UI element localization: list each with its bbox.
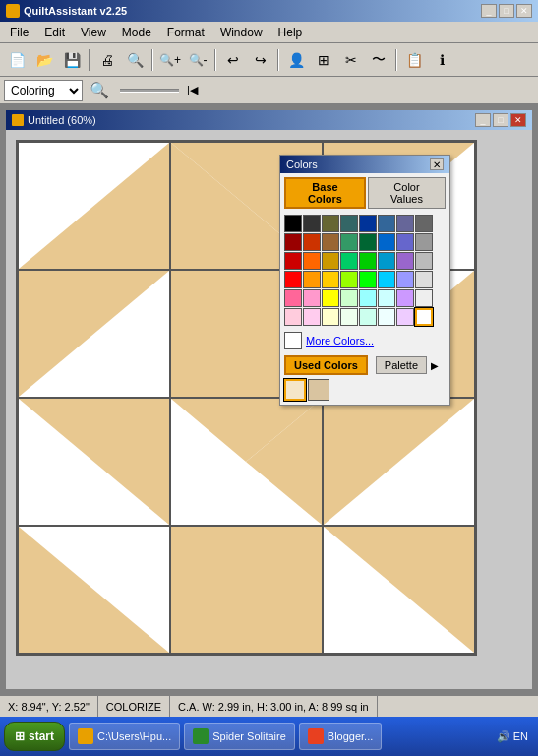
base-colors-tab[interactable]: Base Colors <box>284 177 366 209</box>
color-swatch-2[interactable] <box>322 215 339 232</box>
menu-window[interactable]: Window <box>214 25 269 40</box>
color-swatch-47[interactable] <box>415 308 433 326</box>
more-colors-link[interactable]: More Colors... <box>306 335 374 346</box>
color-swatch-9[interactable] <box>303 233 321 251</box>
color-swatch-22[interactable] <box>396 252 414 270</box>
color-swatch-6[interactable] <box>396 215 414 232</box>
zoom-in-button[interactable]: 🔍+ <box>157 47 183 73</box>
color-swatch-13[interactable] <box>378 233 395 251</box>
color-swatch-28[interactable] <box>359 271 377 288</box>
grid-button[interactable]: ⊞ <box>311 47 336 73</box>
close-button[interactable]: ✕ <box>516 4 532 18</box>
color-swatch-40[interactable] <box>284 308 302 326</box>
quilt-cell-1-0[interactable] <box>18 270 170 398</box>
info-button[interactable]: ℹ <box>429 47 454 73</box>
quilt-cell-2-2[interactable] <box>323 398 475 526</box>
color-values-tab[interactable]: Color Values <box>368 177 446 209</box>
color-swatch-8[interactable] <box>284 233 302 251</box>
color-swatch-39[interactable] <box>415 289 433 307</box>
color-swatch-15[interactable] <box>415 233 433 251</box>
quilt-cell-2-0[interactable] <box>18 398 170 526</box>
color-swatch-3[interactable] <box>340 215 358 232</box>
panel-close-button[interactable]: ✕ <box>430 158 444 170</box>
color-swatch-19[interactable] <box>340 252 358 270</box>
undo-button[interactable]: ↩ <box>220 47 246 73</box>
color-swatch-43[interactable] <box>340 308 358 326</box>
color-swatch-27[interactable] <box>340 271 358 288</box>
quilt-cell-0-0[interactable] <box>18 142 170 270</box>
taskbar-blogger[interactable]: Blogger... <box>299 723 382 750</box>
white-swatch[interactable] <box>284 332 302 349</box>
new-button[interactable]: 📄 <box>4 47 30 73</box>
menu-format[interactable]: Format <box>161 25 210 40</box>
search-button[interactable]: 🔍 <box>122 47 148 73</box>
menu-mode[interactable]: Mode <box>116 25 157 40</box>
used-colors-button[interactable]: Used Colors <box>284 355 368 375</box>
quilt-cell-2-1[interactable] <box>170 398 323 526</box>
color-swatch-24[interactable] <box>284 271 302 288</box>
coloring-select[interactable]: Coloring <box>4 80 83 101</box>
taskbar-solitaire[interactable]: Spider Solitaire <box>184 723 295 750</box>
color-swatch-26[interactable] <box>322 271 339 288</box>
color-swatch-31[interactable] <box>415 271 433 288</box>
color-swatch-42[interactable] <box>322 308 339 326</box>
color-swatch-30[interactable] <box>396 271 414 288</box>
zoom-tool-button[interactable]: 🔍 <box>87 78 112 103</box>
menu-help[interactable]: Help <box>272 25 309 40</box>
color-swatch-44[interactable] <box>359 308 377 326</box>
color-swatch-35[interactable] <box>340 289 358 307</box>
used-swatch-1[interactable] <box>308 379 329 401</box>
person-button[interactable]: 👤 <box>283 47 309 73</box>
quilt-cell-3-0[interactable] <box>18 526 170 654</box>
redo-button[interactable]: ↪ <box>248 47 273 73</box>
taskbar-explorer[interactable]: C:\Users\Hpu... <box>69 723 180 750</box>
doc-maximize[interactable]: □ <box>493 113 508 127</box>
color-swatch-17[interactable] <box>303 252 321 270</box>
palette-button[interactable]: Palette <box>376 356 427 374</box>
zoom-slider[interactable] <box>120 89 179 93</box>
color-swatch-33[interactable] <box>303 289 321 307</box>
expand-arrow[interactable]: ▶ <box>431 360 439 371</box>
quilt-cell-3-1[interactable] <box>170 526 323 654</box>
color-swatch-5[interactable] <box>378 215 395 232</box>
doc-minimize[interactable]: _ <box>475 113 491 127</box>
color-swatch-7[interactable] <box>415 215 433 232</box>
color-swatch-38[interactable] <box>396 289 414 307</box>
quilt-cell-3-2[interactable] <box>323 526 475 654</box>
color-swatch-23[interactable] <box>415 252 433 270</box>
color-swatch-11[interactable] <box>340 233 358 251</box>
doc-close[interactable]: ✕ <box>510 113 526 127</box>
save-button[interactable]: 💾 <box>59 47 85 73</box>
menu-view[interactable]: View <box>75 25 112 40</box>
doc-button[interactable]: 📋 <box>401 47 427 73</box>
color-swatch-45[interactable] <box>378 308 395 326</box>
wavy-button[interactable]: 〜 <box>366 47 391 73</box>
color-swatch-14[interactable] <box>396 233 414 251</box>
color-swatch-12[interactable] <box>359 233 377 251</box>
print-button[interactable]: 🖨 <box>94 47 120 73</box>
maximize-button[interactable]: □ <box>499 4 514 18</box>
color-swatch-29[interactable] <box>378 271 395 288</box>
color-swatch-0[interactable] <box>284 215 302 232</box>
open-button[interactable]: 📂 <box>31 47 57 73</box>
used-swatch-0[interactable] <box>284 379 306 401</box>
color-swatch-10[interactable] <box>322 233 339 251</box>
color-swatch-1[interactable] <box>303 215 321 232</box>
color-swatch-36[interactable] <box>359 289 377 307</box>
color-swatch-32[interactable] <box>284 289 302 307</box>
menu-edit[interactable]: Edit <box>38 25 71 40</box>
scissors-button[interactable]: ✂ <box>338 47 364 73</box>
color-swatch-41[interactable] <box>303 308 321 326</box>
color-swatch-16[interactable] <box>284 252 302 270</box>
start-button[interactable]: ⊞ start <box>4 722 65 751</box>
minimize-button[interactable]: _ <box>481 4 497 18</box>
color-swatch-21[interactable] <box>378 252 395 270</box>
menu-file[interactable]: File <box>4 25 34 40</box>
color-swatch-34[interactable] <box>322 289 339 307</box>
color-swatch-25[interactable] <box>303 271 321 288</box>
color-swatch-46[interactable] <box>396 308 414 326</box>
zoom-out-button[interactable]: 🔍- <box>185 47 210 73</box>
color-swatch-18[interactable] <box>322 252 339 270</box>
color-swatch-4[interactable] <box>359 215 377 232</box>
color-swatch-20[interactable] <box>359 252 377 270</box>
